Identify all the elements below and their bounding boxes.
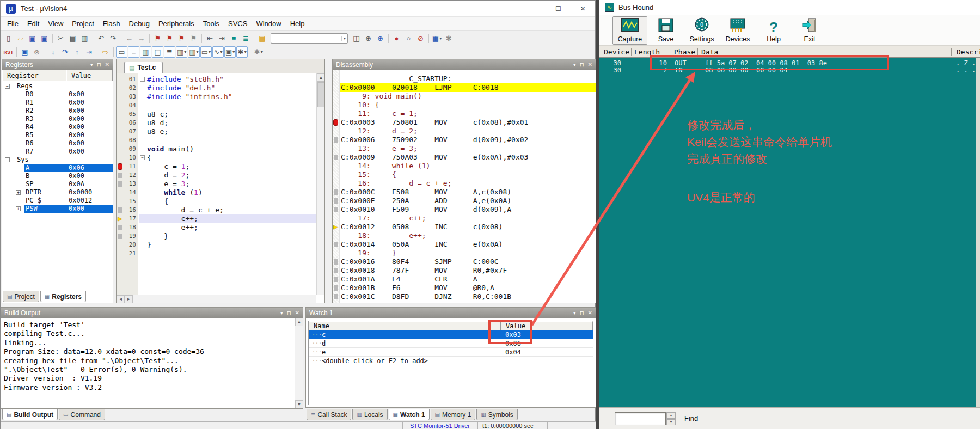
step-out-icon[interactable]: ↑ [71, 46, 83, 58]
cut-icon[interactable]: ✂ [55, 33, 66, 44]
uncomment-icon[interactable]: ≣ [240, 33, 252, 44]
watch-row-1[interactable]: ····c0x03 [309, 330, 593, 339]
disassembly-line-15[interactable]: C:0x0010 F509 MOV d(0x09),A [333, 205, 596, 214]
unindent-icon[interactable]: ⇤ [204, 33, 216, 44]
register-row-r1[interactable]: R10x00 [2, 99, 113, 107]
scroll-up-icon[interactable]: ▲ [295, 318, 303, 326]
reset-icon[interactable]: RST [3, 46, 14, 58]
disassembly-line-25[interactable]: C:0x001C D8FD DJNZ R0,C:001B [333, 292, 596, 301]
dropdown-icon[interactable]: ▾ [280, 310, 283, 316]
tab-watch-1[interactable]: ▦Watch 1 [389, 409, 430, 420]
debug-settings-icon[interactable]: ✱▾ [253, 46, 264, 58]
fold-collapse-icon[interactable]: − [140, 77, 145, 82]
register-row-r6[interactable]: R60x00 [2, 139, 113, 148]
command-window-icon[interactable]: ▭ [116, 46, 127, 58]
editor-line-02[interactable]: 02#include "def.h" [117, 84, 316, 93]
dropdown-icon[interactable]: ▾ [90, 62, 93, 68]
breakpoint-kill-icon[interactable]: ⊘ [415, 33, 426, 44]
watch-window-icon[interactable]: ▥▾ [176, 46, 187, 58]
register-row-r3[interactable]: R30x00 [2, 115, 113, 123]
disassembly-line-14[interactable]: C:0x000E 250A ADD A,e(0x0A) [333, 197, 596, 205]
find-spinner[interactable]: ▲▼ [666, 412, 676, 425]
editor-line-09[interactable]: 09void main() [117, 145, 316, 154]
bookmark-next-icon[interactable]: ⚑ [164, 33, 175, 44]
disassembly-line-6[interactable]: 12: d = 2; [333, 127, 596, 136]
search-combobox[interactable]: ▾ [271, 33, 348, 44]
breakpoint-icon[interactable] [118, 163, 122, 170]
register-row-r0[interactable]: R00x00 [2, 90, 113, 99]
disassembly-line-16[interactable]: 17: c++; [333, 214, 596, 223]
register-row-dptr[interactable]: +DPTR0x0000 [2, 188, 113, 197]
menu-view[interactable]: View [44, 18, 68, 29]
editor-line-19[interactable]: 19 } [117, 232, 316, 241]
tab-project[interactable]: ▤Project [3, 291, 39, 302]
configure-icon[interactable]: ✱ [443, 33, 455, 44]
editor-vscrollbar[interactable]: ▲ [316, 73, 324, 295]
scroll-down-icon[interactable]: ▼ [295, 400, 303, 408]
pin-icon[interactable]: ⊓ [580, 62, 584, 68]
bushound-titlebar[interactable]: ∿ Bus Hound [599, 0, 980, 15]
breakpoint-toggle-icon[interactable]: ● [391, 33, 402, 44]
menu-edit[interactable]: Edit [23, 18, 44, 29]
toolbox-icon[interactable]: ✱▾ [236, 46, 248, 58]
serial-window-icon[interactable]: ▭▾ [200, 46, 212, 58]
bushound-scrollbar[interactable] [976, 58, 980, 407]
symbol-window-icon[interactable]: ▦ [140, 46, 151, 58]
start-stop-debug-icon[interactable]: ▣ [19, 46, 30, 58]
menu-window[interactable]: Window [252, 18, 285, 29]
breakpoint-icon[interactable] [333, 119, 338, 126]
dropdown-icon[interactable]: ▾ [573, 62, 576, 68]
register-row-sp[interactable]: SP0x0A [2, 180, 113, 188]
find-in-files-icon[interactable]: ◫ [351, 33, 362, 44]
menu-debug[interactable]: Debug [125, 18, 154, 29]
editor-line-08[interactable]: 08 [117, 136, 316, 145]
register-row-b[interactable]: B0x00 [2, 172, 113, 180]
code-editor[interactable]: 01−#include "stc8h.h"02#include "def.h"0… [117, 73, 324, 303]
fold-collapse-icon[interactable]: − [140, 155, 145, 160]
disassembly-line-12[interactable]: 16: d = c + e; [333, 179, 596, 188]
registers-col-value[interactable]: Value [66, 70, 113, 81]
disassembly-line-7[interactable]: C:0x0006 750902 MOV d(0x09),#0x02 [333, 136, 596, 144]
disassembly-window-icon[interactable]: ≡ [128, 46, 139, 58]
incremental-find-icon[interactable]: ⊕ [375, 33, 386, 44]
save-icon[interactable]: ▣ [27, 33, 38, 44]
paste-icon[interactable]: ▥ [79, 33, 90, 44]
find-input[interactable] [615, 412, 666, 425]
scroll-right-icon[interactable]: ► [125, 295, 133, 303]
keil-titlebar[interactable]: µ Test - µVision4 — ☐ ✕ [1, 1, 595, 17]
breakpoint-disable-icon[interactable]: ○ [403, 33, 414, 44]
build-output-log[interactable]: Build target 'Test'compiling Test.c...li… [1, 318, 303, 408]
settings-button[interactable]: 0Settings [684, 16, 719, 45]
close-icon[interactable]: ✕ [588, 310, 592, 316]
editor-line-14[interactable]: 14 while (1) [117, 188, 316, 197]
undo-icon[interactable]: ↶ [95, 33, 107, 44]
editor-line-12[interactable]: 12 d = 2; [117, 171, 316, 180]
comment-icon[interactable]: ≡ [228, 33, 240, 44]
save-all-icon[interactable]: ▣ [39, 33, 50, 44]
menu-file[interactable]: File [3, 18, 23, 29]
editor-line-03[interactable]: 03#include "intrins.h" [117, 93, 316, 101]
watch-row-2[interactable]: ····d0x06 [309, 339, 593, 348]
tab-command[interactable]: ▭Command [59, 409, 105, 420]
disassembly-line-21[interactable]: C:0x0016 80F4 SJMP C:000C [333, 258, 596, 266]
scroll-up-icon[interactable]: ▲ [317, 73, 324, 82]
open-folder-icon[interactable]: ▱ [15, 33, 26, 44]
tab-build-output[interactable]: ▤Build Output [2, 409, 58, 420]
column-header-descri[interactable]: Descri [957, 48, 980, 56]
disassembly-line-18[interactable]: 18: e++; [333, 231, 596, 240]
memory-window-icon[interactable]: ▦▾ [188, 46, 199, 58]
menu-project[interactable]: Project [68, 18, 98, 29]
devices-button[interactable]: Devices [720, 16, 755, 45]
disassembly-line-5[interactable]: C:0x0003 750801 MOV c(0x08),#0x01 [333, 118, 596, 127]
bookmark-clear-icon[interactable]: ⚑ [188, 33, 199, 44]
register-row-pc-[interactable]: PC $0x0012 [2, 197, 113, 205]
dropdown-icon[interactable]: ▾ [573, 310, 576, 316]
disassembly-line-0[interactable]: C_STARTUP: [333, 75, 596, 83]
close-icon[interactable]: ✕ [571, 1, 595, 17]
disassembly-line-10[interactable]: 14: while (1) [333, 162, 596, 170]
new-file-icon[interactable]: ▯ [3, 33, 14, 44]
disassembly-line-1[interactable]: C:0x0000 020018 LJMP C:0018 [333, 83, 596, 92]
collapse-icon[interactable]: − [5, 157, 10, 162]
registers-col-register[interactable]: Register [2, 70, 66, 81]
tab-symbols[interactable]: ▧Symbols [476, 409, 517, 420]
